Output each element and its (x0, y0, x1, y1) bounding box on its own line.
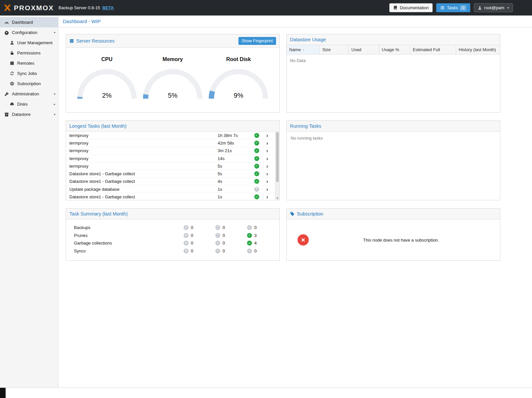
status-ok-icon: ✓ (254, 148, 259, 153)
scrollbar[interactable]: ▼ (275, 132, 279, 200)
life-ring-icon (9, 82, 15, 86)
task-row[interactable]: termproxy 42m 58s ✓ › (66, 139, 275, 147)
warning-count-icon: ! (215, 233, 220, 238)
summary-row[interactable]: Prunes ×0 !0 ✓3 (66, 232, 279, 240)
task-row[interactable]: Update package database 1s ? › (66, 185, 275, 193)
gauge-value: 5% (140, 92, 205, 99)
column-label: Usage % (382, 47, 399, 52)
status-unknown-icon: ? (254, 187, 259, 192)
sidebar-item-subscription[interactable]: Subscription (0, 79, 58, 89)
sidebar-item-dashboard[interactable]: Dashboard (0, 17, 58, 27)
proxmox-x-icon (3, 4, 12, 12)
chevron-right-icon[interactable]: › (263, 148, 272, 153)
datastore-usage-panel: Datastore Usage Name ↑ Size Used Usage %… (286, 34, 500, 113)
ok-count: 3 (254, 233, 257, 238)
scroll-down-icon[interactable]: ▼ (275, 197, 279, 200)
task-name: Datastore store1 - Garbage collect (66, 194, 218, 199)
column-label: Size (322, 47, 331, 52)
summary-category: Prunes (66, 233, 184, 238)
documentation-button[interactable]: Documentation (389, 3, 433, 12)
task-row[interactable]: termproxy 1h 38m 7s ✓ › (66, 132, 275, 139)
sidebar-item-datastore[interactable]: Datastore ▾ (0, 109, 58, 119)
status-ok-icon: ✓ (254, 133, 259, 138)
user-menu-label: root@pam (484, 5, 504, 10)
subscription-panel: Subscription × This node does not have a… (286, 208, 500, 261)
sidebar: Dashboard Configuration ▾ User Managemen… (0, 16, 58, 387)
sidebar-item-remotes[interactable]: Remotes (0, 58, 58, 68)
task-duration: 5s (218, 171, 251, 176)
task-duration: 14s (218, 156, 251, 161)
tasks-button[interactable]: Tasks 0 (436, 3, 470, 12)
task-row[interactable]: termproxy 14s ✓ › (66, 155, 275, 162)
task-summary-panel: Task Summary (last Month) Backups ×0 !0 … (66, 208, 280, 261)
gauge-value: 9% (206, 92, 271, 99)
column-header-estimated-full[interactable]: Estimated Full (410, 45, 456, 54)
error-count: 0 (191, 241, 193, 246)
gear-icon (4, 30, 9, 35)
chevron-right-icon[interactable]: › (263, 179, 272, 184)
chevron-right-icon[interactable]: › (263, 194, 272, 200)
beta-link[interactable]: BETA (102, 5, 114, 10)
task-name: termproxy (66, 133, 218, 138)
warning-count-icon: ! (215, 249, 220, 253)
chevron-right-icon[interactable]: › (263, 133, 272, 138)
sidebar-item-sync-jobs[interactable]: Sync Jobs (0, 68, 58, 79)
chevron-right-icon[interactable]: › (263, 163, 272, 169)
warning-count: 0 (223, 225, 225, 230)
caret-down-icon: ▾ (54, 113, 55, 116)
warning-count: 0 (223, 241, 225, 246)
status-ok-icon: ✓ (254, 164, 259, 169)
summary-category: Syncs (66, 249, 184, 253)
error-count-icon: × (184, 225, 189, 230)
task-name: Update package database (66, 187, 218, 192)
sidebar-item-configuration[interactable]: Configuration ▾ (0, 27, 58, 38)
task-duration: 5s (218, 164, 251, 169)
brand-text: PROXMOX (14, 4, 54, 12)
bottom-scroll-strip[interactable] (0, 387, 532, 398)
caret-down-icon: ▾ (54, 92, 55, 96)
column-header-size[interactable]: Size (320, 45, 349, 54)
caret-right-icon: ▸ (54, 102, 55, 106)
sidebar-item-permissions[interactable]: Permissions (0, 48, 58, 58)
summary-row[interactable]: Garbage collections ×0 !0 ✓4 (66, 239, 279, 247)
task-row[interactable]: Datastore store1 - Garbage collect 4s ✓ … (66, 178, 275, 185)
gauge-label: CPU (74, 56, 140, 62)
chevron-right-icon[interactable]: › (263, 156, 272, 161)
warning-count: 0 (223, 233, 225, 238)
no-subscription-icon: × (298, 234, 309, 246)
show-fingerprint-button[interactable]: Show Fingerprint (238, 37, 276, 45)
scrollbar-thumb[interactable] (276, 132, 279, 182)
sidebar-item-disks[interactable]: Disks ▸ (0, 99, 58, 109)
resources-bars-icon (69, 39, 74, 43)
task-row[interactable]: Datastore store1 - Garbage collect 5s ✓ … (66, 170, 275, 178)
ok-count: 0 (254, 225, 257, 230)
status-ok-icon: ✓ (254, 179, 259, 184)
column-header-used[interactable]: Used (349, 45, 379, 54)
task-duration: 1s (218, 187, 251, 192)
panel-title: Running Tasks (290, 123, 321, 129)
column-header-usage-pct[interactable]: Usage % (379, 45, 410, 54)
user-menu-button[interactable]: root@pam ▾ (474, 3, 513, 12)
task-row[interactable]: termproxy 5s ✓ › (66, 162, 275, 170)
tags-icon (290, 212, 295, 216)
summary-row[interactable]: Syncs ×0 !0 ✓0 (66, 247, 279, 255)
task-row[interactable]: Datastore store1 - Garbage collect 1s ✓ … (66, 193, 275, 200)
wrench-icon (4, 92, 9, 96)
gauges: CPU 2% Memory 5% Root Disk 9% (66, 48, 279, 112)
task-name: termproxy (66, 141, 218, 146)
chevron-right-icon[interactable]: › (263, 186, 272, 192)
task-name: termproxy (66, 148, 218, 153)
top-bar: PROXMOX Backup Server 0.8-15 BETA Docume… (0, 0, 532, 16)
column-header-history[interactable]: History (last Month) (456, 45, 500, 54)
task-list-icon (440, 6, 444, 10)
status-ok-icon: ✓ (254, 171, 259, 176)
sidebar-item-administration[interactable]: Administration ▾ (0, 89, 58, 99)
longest-tasks-panel: Longest Tasks (last Month) termproxy 1h … (66, 120, 280, 200)
column-header-name[interactable]: Name ↑ (287, 45, 320, 54)
dashboard-gauge-icon (4, 20, 9, 25)
sidebar-item-user-management[interactable]: User Management (0, 38, 58, 48)
chevron-right-icon[interactable]: › (263, 140, 272, 146)
task-row[interactable]: termproxy 3m 21s ✓ › (66, 147, 275, 155)
chevron-right-icon[interactable]: › (263, 171, 272, 177)
summary-row[interactable]: Backups ×0 !0 ✓0 (66, 224, 279, 232)
